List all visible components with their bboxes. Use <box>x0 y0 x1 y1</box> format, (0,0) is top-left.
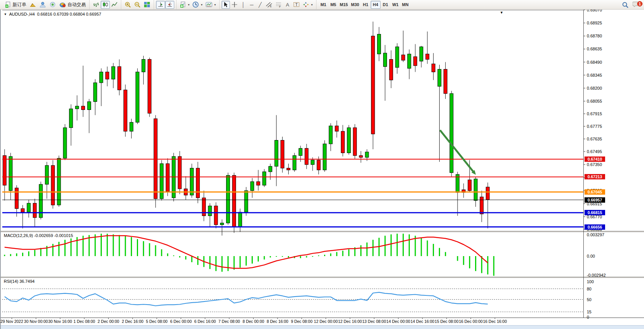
equidistant-channel-button[interactable]: E <box>264 1 274 9</box>
vertical-line-icon: │ <box>242 2 245 8</box>
svg-text:F: F <box>279 5 281 8</box>
price-badge-0.67213: 0.67213 <box>585 174 605 179</box>
dropdown-arrow-icon: ▾ <box>201 3 202 6</box>
time-axis-label: 30 Nov 00:00 <box>24 319 48 324</box>
timeframe-button-M30[interactable]: M30 <box>349 1 360 9</box>
price-badge-0.67045: 0.67045 <box>585 189 605 195</box>
toolbar-group-timeframes: M1M5M15M30H1H4D1W1MN <box>316 0 412 10</box>
timeframe-button-W1[interactable]: W1 <box>390 1 400 9</box>
timeframe-button-M1[interactable]: M1 <box>318 1 328 9</box>
mt4-window: 新订单 自动交易 <box>0 0 644 329</box>
svg-text:E: E <box>270 5 272 8</box>
arrows-tool-button[interactable]: ▾ <box>301 1 314 9</box>
time-axis-label: 7 Dec 08:00 <box>218 319 240 324</box>
price-tick-label: 0.68345 <box>587 73 613 77</box>
text-icon: A <box>286 2 289 8</box>
timeframe-button-D1[interactable]: D1 <box>381 1 390 9</box>
trendline-icon: ╱ <box>259 2 262 8</box>
chart-window: ▼ AUDUSD-,H4 0.66816 0.67039 0.66804 0.6… <box>0 10 644 329</box>
template-button[interactable]: ▾ <box>204 1 217 9</box>
gold-icon <box>29 2 36 7</box>
candlestick-chart-button[interactable] <box>101 1 110 9</box>
equidistant-channel-icon: E <box>266 2 272 8</box>
new-order-icon <box>5 2 11 8</box>
auto-scroll-button[interactable] <box>156 1 165 9</box>
toolbar-group-scroll <box>154 0 176 10</box>
bar-chart-button[interactable] <box>92 1 101 9</box>
auto-trading-icon <box>59 2 66 8</box>
zoom-out-button[interactable] <box>133 1 142 9</box>
trendline-button[interactable]: ╱ <box>256 1 264 9</box>
timeframe-button-M15[interactable]: M15 <box>338 1 349 9</box>
search-icon[interactable] <box>622 2 629 8</box>
auto-scroll-icon <box>157 2 164 8</box>
time-axis-label: 16 Dec 00:00 <box>459 319 482 324</box>
price-axis-border <box>583 10 584 318</box>
zoom-in-button[interactable] <box>123 1 133 9</box>
dropdown-arrow-icon: ▾ <box>311 3 313 6</box>
toolbar-group-lines: │ ─ ╱ E F A T ▾ <box>219 0 316 10</box>
time-axis-label: 8 Dec 00:00 <box>243 319 264 324</box>
rsi-pane[interactable] <box>2 278 583 318</box>
text-label-icon: T <box>293 2 300 8</box>
macd-pane[interactable] <box>2 232 583 277</box>
timeframe-button-H1[interactable]: H1 <box>361 1 371 9</box>
time-axis-label: 1 Dec 08:00 <box>74 319 95 324</box>
timeframe-button-M5[interactable]: M5 <box>328 1 338 9</box>
price-tick-label: 0.68635 <box>587 47 613 51</box>
rsi-axis-label: 80 <box>587 287 617 291</box>
notification-button[interactable]: 1 <box>633 1 641 9</box>
tile-windows-button[interactable] <box>142 1 152 9</box>
price-tick-label: 0.68055 <box>587 99 613 103</box>
time-axis-label: 14 Dec 16:00 <box>411 319 434 324</box>
add-indicator-button[interactable]: ▾ <box>178 1 191 9</box>
signal-button[interactable] <box>48 1 58 9</box>
auto-trading-button[interactable]: 自动交易 <box>58 1 87 9</box>
fibonacci-button[interactable]: F <box>274 1 283 9</box>
period-button[interactable]: ▾ <box>191 1 204 9</box>
dropdown-arrow-icon: ▾ <box>214 3 216 6</box>
profile-button[interactable] <box>38 1 48 9</box>
chart-ohlc-values: 0.66816 0.67039 0.66804 0.66957 <box>37 12 101 16</box>
price-badge-0.66957: 0.66957 <box>585 197 605 203</box>
pane-separator[interactable] <box>1 277 644 278</box>
timeframe-button-MN[interactable]: MN <box>400 1 410 9</box>
line-chart-button[interactable] <box>110 1 119 9</box>
timeframe-button-H4[interactable]: H4 <box>371 1 381 9</box>
tile-windows-icon <box>144 2 150 8</box>
chart-menu-icon[interactable]: ▼ <box>4 13 7 16</box>
price-tick-label: 0.67775 <box>587 124 613 129</box>
pane-separator[interactable] <box>1 231 644 232</box>
text-label-button[interactable]: T <box>292 1 301 9</box>
chart-shift-icon <box>167 2 173 8</box>
chart-shift-button[interactable] <box>165 1 174 9</box>
price-tick-label: 0.67635 <box>587 137 613 141</box>
template-icon <box>206 2 212 7</box>
macd-indicator-label: MACD(12,26,9) -0.002659 -0.001015 <box>4 233 73 238</box>
rsi-axis-label: 100 <box>587 279 617 284</box>
cursor-icon <box>223 2 228 8</box>
time-axis-border <box>1 318 644 318</box>
dropdown-arrow-icon: ▾ <box>188 3 190 6</box>
cursor-button[interactable] <box>222 1 230 9</box>
time-axis-label: 2 Dec 00:00 <box>98 319 119 324</box>
time-axis-label: 5 Dec 08:00 <box>146 319 168 324</box>
horizontal-line-button[interactable]: ─ <box>247 1 256 9</box>
crosshair-button[interactable] <box>230 1 239 9</box>
rsi-axis-label: 15 <box>587 310 617 314</box>
vertical-line-button[interactable]: │ <box>239 1 247 9</box>
time-axis-label: 29 Nov 2022 <box>0 319 23 324</box>
gold-button[interactable] <box>28 1 38 9</box>
time-axis[interactable]: 29 Nov 202230 Nov 00:0030 Nov 16:001 Dec… <box>1 319 644 325</box>
text-button[interactable]: A <box>283 1 292 9</box>
time-axis-label: 12 Dec 00:00 <box>314 319 337 324</box>
time-axis-label: 6 Dec 16:00 <box>194 319 216 324</box>
price-tick-label: 0.68200 <box>587 86 613 90</box>
price-pane[interactable] <box>2 10 583 231</box>
time-axis-label: 2 Dec 16:00 <box>122 319 143 324</box>
time-axis-label: 12 Dec 16:00 <box>338 319 362 324</box>
new-order-button[interactable]: 新订单 <box>3 1 28 9</box>
price-tick-label: 0.68780 <box>587 34 613 38</box>
profile-icon <box>39 2 46 8</box>
toolbar-right: 1 <box>622 0 641 10</box>
